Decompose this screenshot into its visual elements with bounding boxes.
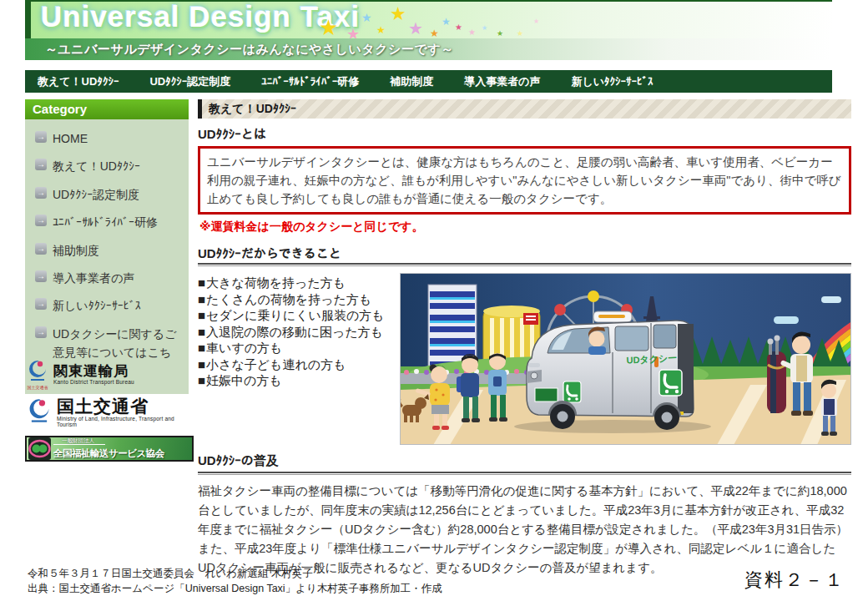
- star-icon: [376, 25, 386, 35]
- nav-item-oshiete[interactable]: 教えて！UDﾀｸｼｰ: [38, 74, 119, 89]
- van-shadow: [514, 420, 711, 433]
- front-door-window: [615, 326, 648, 351]
- star-icon: [390, 5, 406, 23]
- nav-item-service[interactable]: 新しいﾀｸｼｰｻｰﾋﾞｽ: [571, 74, 653, 89]
- footer-attribution: 令和５年３月１７日国土交通委員会 れいわ新選組 木村英子 出典：国土交通省ホーム…: [28, 566, 442, 596]
- fare-note: ※運賃料金は一般のタクシーと同じです。: [199, 220, 851, 235]
- heading-rule: [198, 472, 851, 475]
- kanto-bureau-logo[interactable]: 国土交通省 関東運輸局 Kanto District Transport Bur…: [27, 359, 194, 390]
- benefit-item: 大きな荷物を持った方も: [198, 275, 400, 291]
- nav-item-hojo[interactable]: 補助制度: [390, 74, 433, 89]
- section-heading-fukyu: UDﾀｸｼｰの普及: [198, 453, 851, 469]
- main-content: 教えて！UDﾀｸｼｰ UDﾀｸｼｰとは ユニバーサルデザインタクシーとは、健康な…: [198, 99, 851, 578]
- mlit-swirl-icon: [27, 359, 48, 382]
- sidebar-item-home[interactable]: HOME: [35, 129, 182, 148]
- sidebar-item-nintei[interactable]: UDﾀｸｼｰ認定制度: [35, 185, 182, 204]
- cloud: [774, 316, 799, 324]
- footer-line-1: 令和５年３月１７日国土交通委員会 れいわ新選組 木村英子: [28, 566, 442, 581]
- footer-line-2: 出典：国土交通省ホームページ「Universal Design Taxi」より木…: [28, 581, 442, 596]
- about-highlight-box: ユニバーサルデザインタクシーとは、健康な方はもちろんのこと、足腰の弱い高齢者、車…: [198, 146, 851, 215]
- kanto-bureau-sub: Kanto District Transport Bureau: [53, 379, 134, 385]
- star-icon: [455, 23, 462, 32]
- arrow-right-icon: [35, 159, 47, 170]
- arrow-right-icon: [35, 298, 47, 310]
- site-tagline-bar: ～ユニバーサルデザインタクシーはみんなにやさしいタクシーです～: [25, 38, 832, 60]
- ud-logo-door: [659, 370, 682, 396]
- mlit-sub: Ministry of Land, Infrastructure, Transp…: [57, 416, 194, 427]
- cloud: [821, 296, 841, 303]
- star-icon: [319, 17, 338, 38]
- ud-logo-fender: [563, 381, 581, 402]
- benefit-item: セダンに乗りにくい服装の方も: [198, 307, 400, 324]
- sidebar-item-oshiete[interactable]: 教えて！UDﾀｸｼｰ: [35, 157, 182, 175]
- star-icon: [517, 30, 523, 38]
- ud-taxi-illustration: 12:00: [400, 273, 851, 445]
- arrow-right-icon: [35, 215, 47, 226]
- star-icon: [361, 12, 372, 23]
- main-nav: 教えて！UDﾀｸｼｰ UDﾀｸｼｰ認定制度 ﾕﾆﾊﾞｰｻﾙﾄﾞﾗｲﾊﾞｰ研修 補…: [25, 70, 832, 93]
- benefit-item: 車いすの方も: [198, 340, 400, 356]
- star-icon: [497, 30, 503, 38]
- sidebar-item-hojo[interactable]: 補助制度: [35, 241, 182, 260]
- star-icon: [408, 20, 423, 37]
- van-open-door-gap: [678, 324, 694, 413]
- sidebar-item-kenshu[interactable]: ﾕﾆﾊﾞｰｻﾙﾄﾞﾗｲﾊﾞｰ研修: [35, 213, 182, 231]
- benefit-item: 小さな子ども連れの方も: [198, 356, 400, 373]
- nav-item-koe[interactable]: 導入事業者の声: [464, 74, 540, 89]
- star-icon: [442, 17, 451, 27]
- nav-item-kenshu[interactable]: ﾕﾆﾊﾞｰｻﾙﾄﾞﾗｲﾊﾞｰ研修: [261, 74, 359, 89]
- site-tagline: ～ユニバーサルデザインタクシーはみんなにやさしいタクシーです～: [25, 42, 454, 58]
- benefit-item: たくさんの荷物を持った方も: [198, 291, 400, 308]
- sidebar-category-header: Category: [25, 99, 189, 119]
- fukushi-association-banner[interactable]: 一般財団法人 全国福祉輸送サービス協会: [25, 436, 194, 462]
- fukushi-org-type: 一般財団法人: [53, 438, 105, 445]
- mlit-name: 国土交通省: [57, 397, 194, 416]
- page-title: 教えて！UDﾀｸｼｰ: [209, 102, 296, 117]
- stars-decoration: [31, 2, 832, 38]
- star-icon: [468, 28, 476, 37]
- sidebar: Category HOME 教えて！UDﾀｸｼｰ UDﾀｸｼｰ認定制度 ﾕﾆﾊﾞ…: [25, 99, 189, 394]
- site-banner: Universal Design Taxi: [25, 0, 832, 38]
- mlit-swirl-icon: [27, 397, 52, 424]
- license-plate: [535, 388, 558, 402]
- arrow-right-icon: [35, 187, 47, 199]
- sidebar-menu: HOME 教えて！UDﾀｸｼｰ UDﾀｸｼｰ認定制度 ﾕﾆﾊﾞｰｻﾙﾄﾞﾗｲﾊﾞ…: [25, 119, 189, 394]
- benefit-list: 大きな荷物を持った方も たくさんの荷物を持った方も セダンに乗りにくい服装の方も…: [198, 275, 400, 445]
- star-icon: [482, 25, 487, 32]
- arrow-right-icon: [35, 326, 47, 338]
- ud-taxi-van: UDタクシー: [527, 311, 694, 430]
- kanto-bureau-name: 関東運輸局: [53, 364, 134, 379]
- arrow-right-icon: [35, 243, 47, 255]
- star-icon: [533, 18, 539, 25]
- heading-rule: [198, 263, 851, 266]
- fukyu-paragraph-1: 福祉タクシー車両の整備目標については「移動等円滑化の促進に関する基本方針」におい…: [198, 482, 851, 539]
- section-heading-dekiru: UDﾀｸｼｰだからできること: [198, 246, 851, 260]
- slide-door-window: [654, 325, 676, 348]
- arrow-right-icon: [35, 131, 47, 143]
- benefit-item: 妊娠中の方も: [198, 372, 400, 389]
- document-number: 資料２－１: [744, 568, 845, 593]
- page-title-bar: 教えて！UDﾀｸｼｰ: [198, 99, 851, 119]
- arrow-right-icon: [35, 270, 47, 282]
- headlight: [528, 363, 540, 367]
- sidebar-item-service[interactable]: 新しいﾀｸｼｰｻｰﾋﾞｽ: [35, 296, 182, 315]
- sidebar-item-koe[interactable]: 導入事業者の声: [35, 269, 182, 287]
- section-heading-about: UDﾀｸｼｰとは: [198, 127, 851, 141]
- fukushi-logo-icon: [28, 437, 51, 460]
- fukushi-org-name: 全国福祉輸送サービス協会: [53, 448, 164, 458]
- mlit-logo[interactable]: 国土交通省 Ministry of Land, Infrastructure, …: [27, 397, 194, 427]
- star-icon: [430, 28, 439, 38]
- benefit-item: 入退院の際の移動に困った方も: [198, 324, 400, 341]
- nav-item-nintei[interactable]: UDﾀｸｼｰ認定制度: [149, 74, 230, 89]
